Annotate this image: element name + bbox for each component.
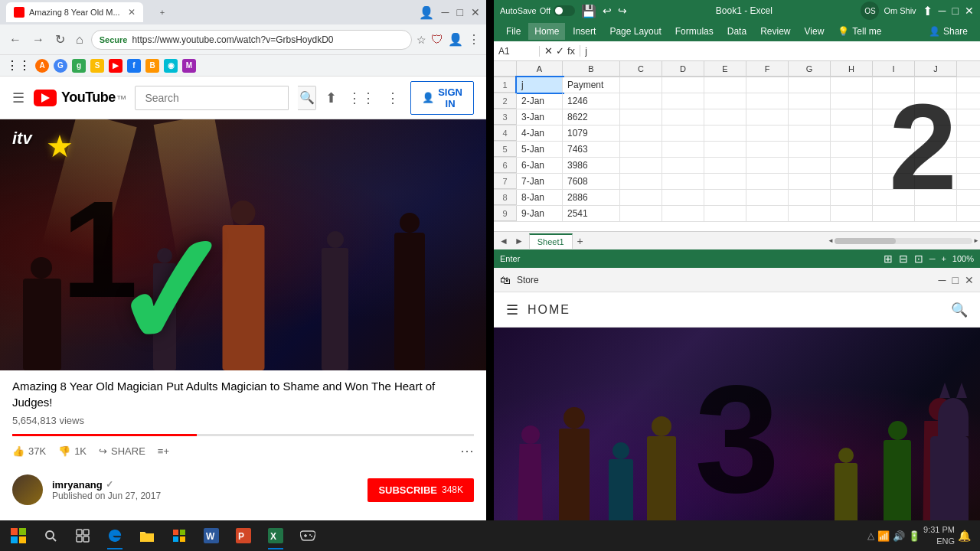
excel-close-button[interactable]: ✕ [965,5,974,17]
cell-j1[interactable] [915,77,957,93]
cell-c2[interactable] [620,93,662,109]
ext-icon-6[interactable]: M [182,59,196,73]
ribbon-collapse-icon[interactable]: ⬆ [923,4,933,18]
cell-a2[interactable]: 2-Jan [517,93,563,109]
cell-f3[interactable] [746,109,789,125]
yt-ext-icon[interactable]: ▶ [109,59,122,73]
gaming-button[interactable] [292,520,323,551]
cell-g9[interactable] [789,206,831,221]
cell-h4[interactable] [831,126,873,141]
cell-a8[interactable]: 8-Jan [517,190,563,205]
cell-i3[interactable] [873,109,915,125]
cell-i9[interactable] [873,206,915,221]
battery-icon[interactable]: 🔋 [908,530,920,542]
cell-h3[interactable] [831,109,873,125]
cell-f4[interactable] [746,126,789,141]
cell-b1[interactable]: Payment [563,77,620,93]
cell-a7[interactable]: 7-Jan [517,174,563,189]
cell-a6[interactable]: 6-Jan [517,158,563,173]
search-input[interactable] [135,86,289,110]
fb-icon[interactable]: f [127,59,141,73]
cell-e2[interactable] [704,93,746,109]
cell-d9[interactable] [662,206,704,221]
share-button[interactable]: ↪ SHARE [99,445,145,457]
cell-f9[interactable] [746,206,789,221]
cell-b6[interactable]: 3986 [563,158,620,173]
cell-h8[interactable] [831,190,873,205]
cell-d7[interactable] [662,174,704,189]
cell-a3[interactable]: 3-Jan [517,109,563,125]
cell-a9[interactable]: 9-Jan [517,206,563,221]
cell-g6[interactable] [789,158,831,173]
back-button[interactable]: ← [6,31,24,48]
refresh-button[interactable]: ↻ [52,31,68,48]
cell-i6[interactable] [873,158,915,173]
menu-insert[interactable]: Insert [567,23,602,40]
undo-icon[interactable]: ↩ [603,5,612,17]
cell-f6[interactable] [746,158,789,173]
cell-e3[interactable] [704,109,746,125]
cell-f2[interactable] [746,93,789,109]
person-icon[interactable]: 👤 [448,32,463,47]
scroll-left-arrow[interactable]: ◄ [827,237,835,245]
cell-i2[interactable] [873,93,915,109]
next-sheet-button[interactable]: ► [512,236,526,246]
subscribe-button[interactable]: SUBSCRIBE 348K [368,478,474,502]
more-actions-button[interactable]: ⋯ [460,442,474,459]
cell-a5[interactable]: 5-Jan [517,142,563,157]
cell-h1[interactable] [831,77,873,93]
cell-c5[interactable] [620,142,662,157]
menu-page-layout[interactable]: Page Layout [603,23,667,40]
shield-icon[interactable]: 🛡 [431,33,443,47]
cell-b7[interactable]: 7608 [563,174,620,189]
home-button[interactable]: ⌂ [73,31,87,48]
horizontal-scrollbar[interactable]: ◄ ► [827,237,980,245]
cell-j4[interactable] [915,126,957,141]
cell-i4[interactable] [873,126,915,141]
cell-b3[interactable]: 8622 [563,109,620,125]
prev-sheet-button[interactable]: ◄ [497,236,511,246]
ext-icon-4[interactable]: B [145,59,159,73]
cell-reference[interactable]: A1 [494,46,540,57]
cell-e4[interactable] [704,126,746,141]
add-sheet-button[interactable]: + [573,233,588,249]
bookmark-button[interactable]: ☆ [416,34,426,46]
autosave-toggle[interactable] [554,5,575,16]
formula-input[interactable]: j [580,46,980,57]
excel-minimize-button[interactable]: ─ [939,5,946,17]
cell-d3[interactable] [662,109,704,125]
cell-j6[interactable] [915,158,957,173]
menu-review[interactable]: Review [754,23,796,40]
search-button[interactable]: 🔍 [298,86,316,110]
cell-c9[interactable] [620,206,662,221]
cell-b8[interactable]: 2886 [563,190,620,205]
cell-j8[interactable] [915,190,957,205]
view-layout-icon[interactable]: ⊟ [899,253,908,265]
minimize-button[interactable]: ─ [442,6,449,18]
cell-a4[interactable]: 4-Jan [517,126,563,141]
close-button[interactable]: ✕ [471,6,480,18]
cell-h5[interactable] [831,142,873,157]
tell-me-input[interactable]: 💡 Tell me [831,23,887,40]
start-button[interactable] [3,520,34,551]
menu-data[interactable]: Data [721,23,753,40]
dislike-button[interactable]: 👎 1K [58,445,87,457]
powerpoint-taskbar-button[interactable]: P [228,520,259,551]
store-hamburger-menu[interactable]: ☰ [506,302,518,318]
cell-e8[interactable] [704,190,746,205]
notifications-button[interactable]: 🔔 [958,530,971,542]
store-taskbar-button[interactable] [164,520,194,551]
cell-h7[interactable] [831,174,873,189]
excel-maximize-button[interactable]: □ [952,5,959,17]
cell-g4[interactable] [789,126,831,141]
more-options-button[interactable]: ⋮ [468,32,480,47]
ext-icon-3[interactable]: S [90,59,104,73]
cell-e7[interactable] [704,174,746,189]
cell-b5[interactable]: 7463 [563,142,620,157]
redo-icon[interactable]: ↪ [618,5,627,17]
formula-insert[interactable]: fx [567,45,575,57]
view-page-break-icon[interactable]: ⊡ [914,253,923,265]
cell-c6[interactable] [620,158,662,173]
browser-tab[interactable]: Amazing 8 Year Old M... ✕ [6,2,143,22]
cell-f5[interactable] [746,142,789,157]
